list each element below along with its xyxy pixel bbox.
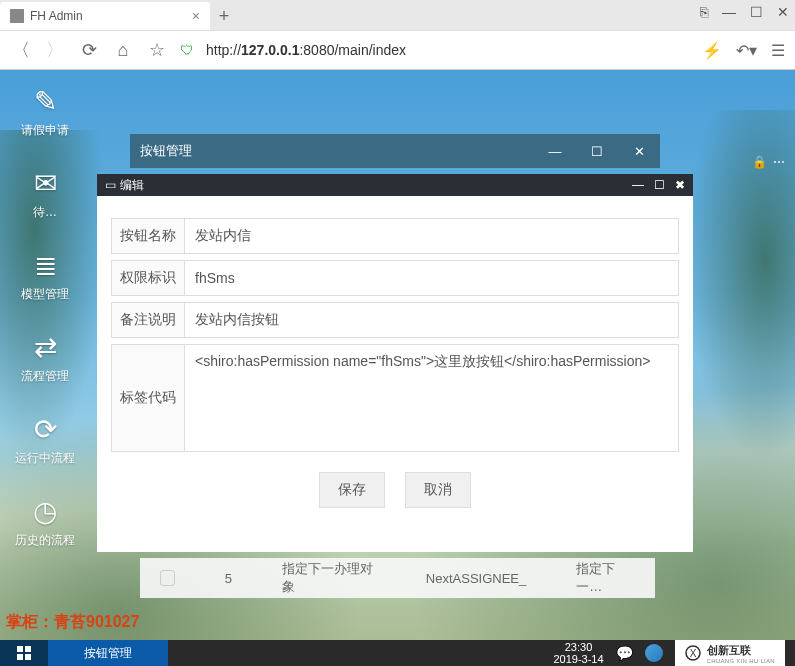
- dialog-titlebar[interactable]: ▭ 编辑 — ☐ ✖: [97, 174, 693, 196]
- tab-title: FH Admin: [30, 9, 192, 23]
- field-label-code: 标签代码: [111, 344, 185, 452]
- home-button[interactable]: ⌂: [112, 40, 134, 61]
- sidebar-item-label: 运行中流程: [15, 450, 75, 467]
- tab-favicon: [10, 9, 24, 23]
- dialog-max-icon[interactable]: ☐: [654, 178, 665, 192]
- window-minimize-icon[interactable]: —: [722, 4, 736, 20]
- cell-code: NextASSIGNEE_: [426, 571, 526, 586]
- chat-icon[interactable]: 💬: [616, 645, 633, 661]
- menu-icon[interactable]: ☰: [771, 41, 785, 60]
- dialog-title-text: 编辑: [120, 177, 144, 194]
- back-button[interactable]: 〈: [10, 38, 32, 62]
- shuffle-icon: ⇄: [34, 331, 57, 364]
- sidebar-item-leave[interactable]: ✎ 请假申请: [10, 85, 80, 139]
- star-button[interactable]: ☆: [146, 39, 168, 61]
- mini-toolbar: 🔒 ⋯: [752, 155, 785, 169]
- browser-tab[interactable]: FH Admin ×: [0, 2, 210, 30]
- refresh-icon: ⟳: [34, 413, 57, 446]
- mail-icon: ✉: [34, 167, 57, 200]
- dialog-body: 按钮名称 权限标识 备注说明 标签代码 <shiro:hasPermission…: [97, 196, 693, 552]
- dialog-min-icon[interactable]: —: [632, 178, 644, 192]
- window-close-icon[interactable]: ✕: [777, 4, 789, 20]
- sidebar-item-pending[interactable]: ✉ 待…: [10, 167, 80, 221]
- inner-close-icon[interactable]: ✕: [618, 134, 660, 168]
- sidebar-item-label: 流程管理: [21, 368, 69, 385]
- inner-min-icon[interactable]: —: [534, 134, 576, 168]
- shield-icon[interactable]: 🛡: [180, 42, 194, 58]
- windows-icon: [17, 646, 31, 660]
- cell-id: 5: [225, 571, 232, 586]
- cell-desc: 指定下一…: [576, 560, 635, 596]
- row-checkbox[interactable]: [160, 570, 175, 586]
- lock-icon[interactable]: 🔒: [752, 155, 767, 169]
- brand-logo[interactable]: X 创新互联 CHUANG XIN HU LIAN: [675, 640, 785, 666]
- sidebar-item-history[interactable]: ◷ 历史的流程: [10, 495, 80, 549]
- clock-icon: ◷: [33, 495, 57, 528]
- remark-input[interactable]: [185, 302, 679, 338]
- svg-rect-0: [17, 646, 23, 652]
- sidebar-item-label: 模型管理: [21, 286, 69, 303]
- inner-window-title: 按钮管理: [130, 142, 534, 160]
- undo-dropdown-icon[interactable]: ↶▾: [736, 41, 757, 60]
- url-prefix: http://: [206, 42, 241, 58]
- svg-rect-2: [17, 654, 23, 660]
- new-tab-button[interactable]: +: [210, 2, 238, 30]
- tab-close-icon[interactable]: ×: [192, 8, 200, 24]
- svg-rect-1: [25, 646, 31, 652]
- inner-max-icon[interactable]: ☐: [576, 134, 618, 168]
- sidebar-item-flow[interactable]: ⇄ 流程管理: [10, 331, 80, 385]
- browser-extension-icon[interactable]: ⎘: [700, 4, 708, 20]
- brand-avatar-icon: [645, 644, 663, 662]
- button-name-input[interactable]: [185, 218, 679, 254]
- list-icon: ≣: [34, 249, 57, 282]
- start-button[interactable]: [0, 640, 48, 666]
- dialog-icon: ▭: [105, 178, 116, 192]
- brand-subtext: CHUANG XIN HU LIAN: [707, 658, 775, 664]
- taskbar: 按钮管理 23:30 2019-3-14 💬 X 创新互联 CHUANG XIN…: [0, 640, 795, 666]
- cancel-button[interactable]: 取消: [405, 472, 471, 508]
- url-host: 127.0.0.1: [241, 42, 299, 58]
- sidebar-item-label: 历史的流程: [15, 532, 75, 549]
- refresh-button[interactable]: ⟳: [78, 39, 100, 61]
- taskbar-clock[interactable]: 23:30 2019-3-14: [553, 641, 603, 665]
- permission-input[interactable]: [185, 260, 679, 296]
- forward-button: 〉: [44, 38, 66, 62]
- dialog-close-icon[interactable]: ✖: [675, 178, 685, 192]
- address-bar: 〈 〉 ⟳ ⌂ ☆ 🛡 http://127.0.0.1:8080/main/i…: [0, 30, 795, 70]
- table-row[interactable]: 5 指定下一办理对象 NextASSIGNEE_ 指定下一…: [140, 558, 655, 598]
- url-display[interactable]: http://127.0.0.1:8080/main/index: [206, 42, 690, 58]
- taskbar-active-task[interactable]: 按钮管理: [48, 640, 168, 666]
- sidebar: ✎ 请假申请 ✉ 待… ≣ 模型管理 ⇄ 流程管理 ⟳ 运行中流程 ◷ 历史的流…: [10, 85, 80, 549]
- sidebar-item-label: 请假申请: [21, 122, 69, 139]
- bolt-icon[interactable]: ⚡: [702, 41, 722, 60]
- sidebar-item-model[interactable]: ≣ 模型管理: [10, 249, 80, 303]
- field-label-perm: 权限标识: [111, 260, 185, 296]
- sidebar-item-label: 待…: [33, 204, 57, 221]
- cell-name: 指定下一办理对象: [282, 560, 376, 596]
- ellipsis-icon[interactable]: ⋯: [773, 155, 785, 169]
- clock-date: 2019-3-14: [553, 653, 603, 665]
- sidebar-item-running[interactable]: ⟳ 运行中流程: [10, 413, 80, 467]
- field-label-remark: 备注说明: [111, 302, 185, 338]
- url-suffix: :8080/main/index: [299, 42, 406, 58]
- inner-window-titlebar: 按钮管理 — ☐ ✕: [130, 134, 660, 168]
- clock-time: 23:30: [553, 641, 603, 653]
- save-button[interactable]: 保存: [319, 472, 385, 508]
- brand-text: 创新互联: [707, 643, 775, 658]
- window-maximize-icon[interactable]: ☐: [750, 4, 763, 20]
- edit-icon: ✎: [34, 85, 57, 118]
- svg-text:X: X: [689, 648, 696, 659]
- field-label-name: 按钮名称: [111, 218, 185, 254]
- watermark-text: 掌柜：青苔901027: [6, 612, 139, 633]
- svg-rect-3: [25, 654, 31, 660]
- tag-code-textarea[interactable]: <shiro:hasPermission name="fhSms">这里放按钮<…: [185, 344, 679, 452]
- brand-mark-icon: X: [685, 645, 701, 661]
